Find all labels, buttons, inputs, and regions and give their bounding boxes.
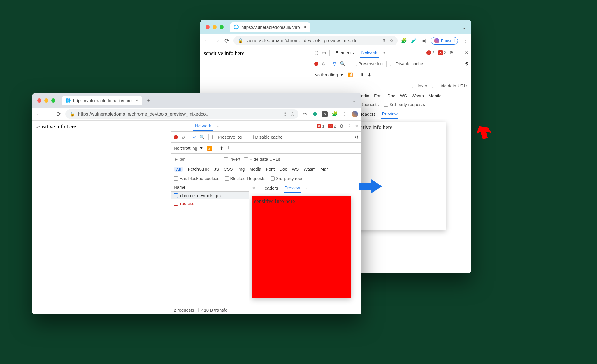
wifi-icon[interactable]: 📶 bbox=[207, 146, 213, 151]
throttling-select[interactable]: No throttling ▼ bbox=[174, 146, 203, 151]
titlebar: 🌐 https://vulnerabledoma.in/chro ✕ + ⌄ bbox=[200, 20, 471, 34]
css-icon bbox=[174, 202, 178, 206]
upload-icon[interactable]: ⬆ bbox=[220, 146, 224, 151]
svg-marker-1 bbox=[476, 125, 493, 141]
search-icon[interactable]: 🔍 bbox=[199, 135, 205, 140]
reload-button[interactable]: ⟳ bbox=[55, 111, 62, 118]
disable-cache-checkbox[interactable]: Disable cache bbox=[390, 61, 423, 66]
error-count[interactable]: ✕2 bbox=[426, 50, 434, 55]
invert-checkbox[interactable]: Invert bbox=[224, 157, 240, 162]
hide-data-urls-checkbox[interactable]: Hide data URLs bbox=[244, 157, 280, 162]
star-icon[interactable]: ☆ bbox=[389, 38, 394, 43]
more-tabs-icon[interactable]: » bbox=[383, 50, 386, 55]
profile-paused[interactable]: Paused bbox=[431, 37, 458, 45]
clear-icon[interactable]: ⊘ bbox=[181, 135, 185, 140]
clear-icon[interactable]: ⊘ bbox=[322, 61, 326, 66]
scissors-icon[interactable]: ✂︎ bbox=[302, 111, 308, 117]
download-icon[interactable]: ⬇ bbox=[227, 146, 231, 151]
tab-title: https://vulnerabledoma.in/chro bbox=[241, 25, 300, 30]
hide-data-urls-checkbox[interactable]: Hide data URLs bbox=[432, 83, 468, 88]
download-icon[interactable]: ⬇ bbox=[368, 72, 371, 77]
flask-icon[interactable]: 🧪 bbox=[411, 38, 417, 44]
error-count[interactable]: ✕1 bbox=[317, 123, 324, 128]
invert-checkbox[interactable]: Invert bbox=[412, 83, 429, 88]
kebab-icon[interactable]: ⋮ bbox=[347, 123, 351, 129]
forward-button[interactable]: → bbox=[214, 37, 220, 44]
panel-icon[interactable]: ▣ bbox=[421, 38, 427, 44]
back-button[interactable]: ← bbox=[204, 37, 210, 44]
resource-type-filter[interactable]: AllFetch/XHRJSCSSImgMediaFontDocWSWasmMa… bbox=[171, 165, 361, 174]
browser-tab[interactable]: 🌐 https://vulnerabledoma.in/chro ✕ bbox=[230, 22, 310, 32]
device-icon[interactable]: ▭ bbox=[322, 50, 326, 55]
menu-icon[interactable]: ⋮ bbox=[342, 111, 347, 117]
tabs-dropdown-icon[interactable]: ⌄ bbox=[352, 98, 356, 103]
preserve-log-checkbox[interactable]: Preserve log bbox=[212, 135, 242, 139]
close-devtools-icon[interactable]: ✕ bbox=[355, 123, 359, 129]
share-icon[interactable]: ⇪ bbox=[382, 38, 386, 43]
address-bar[interactable]: 🔒 https://vulnerabledoma.in/chrome_devto… bbox=[65, 109, 298, 119]
request-row[interactable]: red.css bbox=[171, 199, 249, 207]
new-tab-button[interactable]: + bbox=[145, 97, 152, 104]
disable-cache-checkbox[interactable]: Disable cache bbox=[250, 135, 282, 139]
column-header-name[interactable]: Name bbox=[171, 183, 249, 192]
new-tab-button[interactable]: + bbox=[313, 23, 321, 31]
more-tabs-icon[interactable]: » bbox=[306, 185, 308, 190]
request-row[interactable]: chrome_devtools_pre... bbox=[171, 192, 249, 199]
close-icon[interactable]: ✕ bbox=[303, 25, 307, 29]
filter-icon[interactable]: ▽ bbox=[333, 61, 336, 66]
globe-icon: 🌐 bbox=[65, 98, 71, 103]
close-devtools-icon[interactable]: ✕ bbox=[465, 50, 468, 55]
tab-preview[interactable]: Preview bbox=[381, 109, 398, 119]
throttling-select[interactable]: No throttling ▼ bbox=[314, 72, 344, 77]
upload-icon[interactable]: ⬆ bbox=[360, 72, 364, 77]
tabs-dropdown-icon[interactable]: ⌄ bbox=[462, 24, 466, 30]
menu-icon[interactable]: ⋮ bbox=[462, 38, 468, 44]
star-icon[interactable]: ☆ bbox=[290, 111, 294, 117]
third-party-checkbox[interactable]: 3rd-party requ bbox=[271, 176, 303, 181]
filter-icon[interactable]: ▽ bbox=[192, 135, 196, 140]
address-bar[interactable]: 🔒 vulnerabledoma.in/chrome_devtools_prev… bbox=[233, 36, 398, 45]
profile-avatar[interactable] bbox=[352, 111, 358, 117]
traffic-lights[interactable] bbox=[37, 98, 55, 103]
tab-elements[interactable]: Elements bbox=[334, 48, 356, 57]
wifi-icon[interactable]: 📶 bbox=[347, 72, 353, 77]
close-icon[interactable]: ✕ bbox=[135, 98, 139, 103]
record-button[interactable] bbox=[174, 135, 178, 139]
tab-network[interactable]: Network bbox=[360, 47, 379, 58]
filter-input[interactable] bbox=[174, 156, 220, 163]
warning-count[interactable]: ✕2 bbox=[438, 50, 446, 55]
url-text: https://vulnerabledoma.in/chrome_devtool… bbox=[78, 112, 210, 117]
warning-count[interactable]: ✕2 bbox=[328, 123, 336, 128]
kebab-icon[interactable]: ⋮ bbox=[457, 50, 461, 55]
gear-icon[interactable]: ⚙ bbox=[465, 61, 468, 66]
forward-button[interactable]: → bbox=[45, 111, 52, 117]
browser-tab[interactable]: 🌐 https://vulnerabledoma.in/chro ✕ bbox=[62, 96, 142, 105]
gear-icon[interactable]: ⚙ bbox=[449, 50, 453, 55]
preview-content: sensitive info here bbox=[252, 196, 351, 298]
inspect-icon[interactable]: ⬚ bbox=[314, 50, 318, 55]
ext1-icon[interactable]: ⬢ bbox=[312, 111, 318, 117]
third-party-checkbox[interactable]: 3rd-party requests bbox=[384, 102, 425, 107]
blocked-cookies-checkbox[interactable]: Has blocked cookies bbox=[174, 176, 220, 181]
preserve-log-checkbox[interactable]: Preserve log bbox=[353, 61, 383, 66]
search-icon[interactable]: 🔍 bbox=[340, 61, 345, 66]
blocked-requests-checkbox[interactable]: Blocked Requests bbox=[225, 176, 266, 181]
inspect-icon[interactable]: ⬚ bbox=[174, 123, 178, 129]
tab-headers[interactable]: Headers bbox=[261, 183, 279, 192]
ext2-icon[interactable]: n bbox=[322, 111, 328, 117]
back-button[interactable]: ← bbox=[36, 111, 42, 117]
devtools-panel: ⬚ ▭ Network » ✕1 ✕2 ⚙ ⋮ ✕ ⊘ ▽ bbox=[171, 121, 361, 314]
record-button[interactable] bbox=[314, 62, 318, 66]
gear-icon[interactable]: ⚙ bbox=[355, 135, 359, 140]
share-icon[interactable]: ⇪ bbox=[283, 111, 287, 117]
gear-icon[interactable]: ⚙ bbox=[340, 123, 343, 129]
reload-button[interactable]: ⟳ bbox=[224, 37, 230, 44]
traffic-lights[interactable] bbox=[206, 25, 224, 29]
close-icon[interactable]: ✕ bbox=[252, 185, 256, 191]
extensions-icon[interactable]: 🧩 bbox=[332, 111, 338, 117]
device-icon[interactable]: ▭ bbox=[181, 123, 185, 129]
extensions-icon[interactable]: 🧩 bbox=[401, 38, 407, 44]
tab-preview[interactable]: Preview bbox=[284, 183, 301, 193]
more-tabs-icon[interactable]: » bbox=[217, 123, 219, 128]
tab-network[interactable]: Network bbox=[193, 121, 213, 131]
